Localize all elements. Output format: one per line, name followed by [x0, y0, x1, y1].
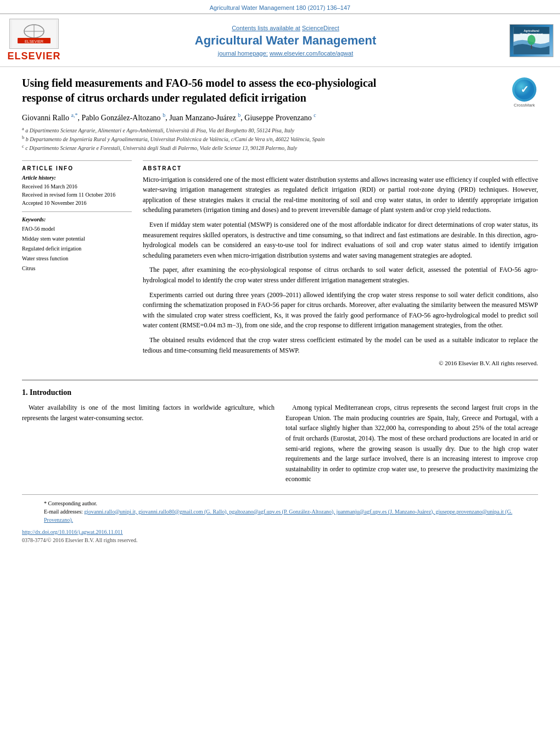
svg-text:✓: ✓: [520, 84, 529, 95]
crossmark-icon: ✓: [512, 77, 536, 102]
abstract-para-3: The paper, after examining the eco-physi…: [143, 265, 538, 285]
intro-right-col: Among typical Mediterranean crops, citru…: [285, 403, 538, 489]
revised-date: Received in revised form 11 October 2016: [22, 191, 132, 199]
article-title: Using field measurements and FAO-56 mode…: [22, 76, 406, 105]
keyword-3: Regulated deficit irrigation: [22, 244, 132, 254]
accepted-date: Accepted 10 November 2016: [22, 199, 132, 207]
doi-section: http://dx.doi.org/10.1016/j.agwat.2016.1…: [0, 524, 560, 543]
article-history-label: Article history:: [22, 175, 132, 181]
page: Agricultural Water Management 180 (2017)…: [0, 0, 560, 742]
abstract-para-2: Even if midday stem water potential (MSW…: [143, 220, 538, 260]
elsevier-logo: ELSEVIER ELSEVIER: [7, 19, 61, 62]
keywords-label: Keywords:: [22, 216, 132, 222]
abstract-text: Micro-irrigation is considered one of th…: [143, 175, 538, 356]
abstract-para-5: The obtained results evidenced that the …: [143, 335, 538, 355]
keyword-5: Citrus: [22, 264, 132, 274]
abstract-para-4: Experiments carried out during three yea…: [143, 290, 538, 331]
keyword-2: Midday stem water potential: [22, 234, 132, 244]
intro-heading: 1. Introduction: [22, 388, 538, 397]
sciencedirect-link-text[interactable]: ScienceDirect: [302, 25, 339, 31]
intro-left-para: Water availability is one of the most li…: [22, 403, 275, 423]
received-date: Received 16 March 2016: [22, 182, 132, 191]
section-divider: [22, 380, 538, 381]
svg-point-10: [528, 35, 536, 44]
intro-left-col: Water availability is one of the most li…: [22, 403, 275, 489]
journal-reference: Agricultural Water Management 180 (2017)…: [0, 0, 560, 13]
doi-link[interactable]: http://dx.doi.org/10.1016/j.agwat.2016.1…: [22, 529, 123, 535]
keyword-1: FAO-56 model: [22, 224, 132, 234]
article-info-abstract: ARTICLE INFO Article history: Received 1…: [22, 160, 538, 367]
intro-columns: Water availability is one of the most li…: [22, 403, 538, 489]
keywords-list: FAO-56 model Midday stem water potential…: [22, 224, 132, 274]
crossmark-label: CrossMark: [514, 103, 535, 108]
elsevier-brand-text: ELSEVIER: [7, 51, 60, 62]
crossmark-badge[interactable]: ✓ CrossMark: [511, 79, 538, 106]
corresponding-author: * Corresponding author.: [44, 499, 516, 507]
footnote-section: * Corresponding author. E-mail addresses…: [22, 494, 538, 524]
article-info-column: ARTICLE INFO Article history: Received 1…: [22, 160, 132, 367]
homepage-link[interactable]: www.elsevier.com/locate/agwat: [270, 50, 353, 57]
affiliations: a a Dipartimento Scienze Agrarie, Alimen…: [22, 126, 538, 153]
intro-right-para: Among typical Mediterranean crops, citru…: [285, 403, 538, 484]
elsevier-image: ELSEVIER: [9, 19, 59, 49]
svg-text:ELSEVIER: ELSEVIER: [25, 40, 43, 43]
title-row: Using field measurements and FAO-56 mode…: [22, 76, 538, 112]
email-links[interactable]: giovanni.rallo@unipi.it, giovanni.rallo8…: [44, 509, 512, 523]
email-label: E-mail addresses:: [44, 509, 83, 515]
article-body: Using field measurements and FAO-56 mode…: [0, 67, 560, 372]
abstract-column: ABSTRACT Micro-irrigation is considered …: [143, 160, 538, 367]
introduction-section: 1. Introduction Water availability is on…: [0, 388, 560, 489]
keyword-4: Water stress function: [22, 254, 132, 264]
journal-header: ELSEVIER ELSEVIER Contents lists availab…: [0, 13, 560, 67]
journal-logo-image: Agricultural Water Management: [509, 24, 553, 57]
journal-title: Agricultural Water Management: [67, 34, 504, 48]
affiliation-a: a a Dipartimento Scienze Agrarie, Alimen…: [22, 126, 538, 135]
copyright-notice: © 2016 Elsevier B.V. All rights reserved…: [143, 360, 538, 366]
authors-line: Giovanni Rallo a,*, Pablo González-Altoz…: [22, 112, 538, 122]
abstract-heading: ABSTRACT: [143, 165, 538, 171]
affiliation-c: c c Dipartimento Scienze Agrarie e Fores…: [22, 143, 538, 152]
info-divider: [22, 211, 132, 212]
svg-text:Agricultural: Agricultural: [524, 29, 540, 32]
email-footnote: E-mail addresses: giovanni.rallo@unipi.i…: [44, 507, 516, 524]
article-info-heading: ARTICLE INFO: [22, 165, 132, 171]
affiliation-b: b b Departamento de Ingeniería Rural y A…: [22, 135, 538, 143]
issn-text: 0378-3774/© 2016 Elsevier B.V. All right…: [22, 537, 538, 543]
header-center: Contents lists available at ScienceDirec…: [67, 25, 504, 57]
sciencedirect-line: Contents lists available at ScienceDirec…: [67, 25, 504, 31]
journal-homepage: journal homepage: www.elsevier.com/locat…: [67, 50, 504, 57]
abstract-para-1: Micro-irrigation is considered one of th…: [143, 175, 538, 215]
